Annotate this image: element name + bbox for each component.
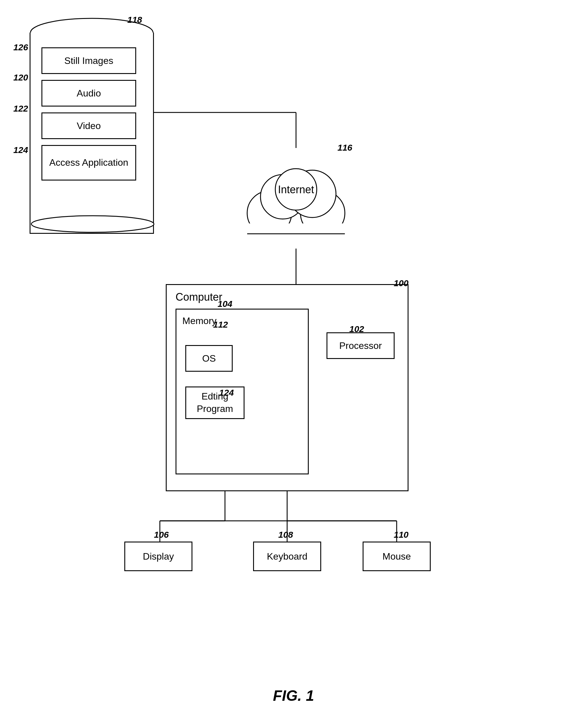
label-100: 100 — [394, 278, 408, 288]
figure-caption: FIG. 1 — [0, 687, 587, 704]
os-box: OS — [185, 345, 233, 372]
diagram-container: Still Images Audio Video Access Applicat… — [0, 0, 587, 728]
label-116: 116 — [337, 143, 352, 153]
label-126: 126 — [13, 42, 28, 52]
label-112: 112 — [213, 320, 228, 330]
database-cylinder: Still Images Audio Video Access Applicat… — [30, 18, 154, 243]
db-item-still-images: Still Images — [42, 47, 136, 74]
cloud-svg — [237, 148, 355, 249]
keyboard-box: Keyboard — [253, 541, 321, 571]
label-110: 110 — [394, 530, 408, 540]
label-124-editing: 124 — [219, 388, 234, 398]
db-item-audio: Audio — [42, 80, 136, 106]
internet-label: Internet — [237, 184, 355, 196]
mouse-box: Mouse — [362, 541, 431, 571]
svg-rect-18 — [247, 223, 345, 241]
memory-label: Memory — [182, 315, 217, 326]
cylinder-bottom-svg — [30, 215, 155, 233]
label-118: 118 — [127, 15, 142, 25]
computer-label: Computer — [175, 291, 222, 304]
computer-box: Computer Memory OS Edting Program Proces… — [166, 284, 408, 491]
db-item-access-application: Access Application — [42, 145, 136, 180]
memory-box: Memory OS Edting Program — [175, 309, 309, 475]
internet-cloud: Internet — [237, 148, 355, 249]
display-box: Display — [124, 541, 192, 571]
processor-box: Processor — [327, 332, 395, 359]
label-102: 102 — [349, 324, 364, 334]
label-108: 108 — [278, 530, 293, 540]
db-item-video: Video — [42, 113, 136, 139]
label-104: 104 — [217, 299, 232, 309]
editing-program-box: Edting Program — [185, 387, 244, 419]
svg-point-11 — [31, 216, 154, 232]
label-120: 120 — [13, 73, 28, 82]
label-124-db: 124 — [13, 145, 28, 155]
cylinder-bottom-ellipse — [30, 215, 155, 233]
label-106: 106 — [154, 530, 169, 540]
label-122: 122 — [13, 103, 28, 114]
